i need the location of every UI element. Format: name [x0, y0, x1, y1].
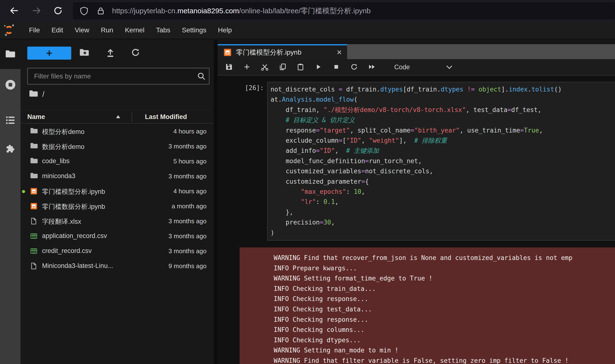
file-row[interactable]: code_libs 5 hours ago — [21, 154, 214, 169]
file-name: miniconda3 — [42, 172, 75, 180]
tab-close-icon[interactable]: × — [337, 48, 342, 57]
stop-icon — [333, 63, 340, 71]
save-button[interactable] — [220, 60, 238, 74]
sidebar-tab-toc[interactable] — [0, 112, 21, 129]
cell-type-select[interactable]: Code — [394, 64, 410, 71]
copy-cells-button[interactable] — [274, 60, 292, 74]
file-row[interactable]: 模型分析demo 4 hours ago — [21, 124, 214, 139]
interrupt-kernel-button[interactable] — [327, 60, 345, 74]
column-header-name[interactable]: Name — [27, 113, 45, 121]
menu-item-run[interactable]: Run — [95, 22, 119, 39]
code-editor[interactable]: not_discrete_cols = df_train.dtypes[df_t… — [267, 82, 615, 241]
new-launcher-button[interactable]: + — [27, 47, 71, 60]
forward-arrow-icon — [32, 6, 42, 17]
sort-ascending-icon[interactable] — [115, 115, 121, 119]
file-row[interactable]: miniconda3 3 months ago — [21, 169, 214, 184]
run-cell-button[interactable] — [309, 60, 327, 74]
menu-item-tabs[interactable]: Tabs — [150, 22, 176, 39]
insert-cell-button[interactable] — [238, 60, 256, 74]
cut-cells-button[interactable] — [256, 60, 274, 74]
shield-icon[interactable] — [80, 7, 88, 15]
file-row[interactable]: 零门槛数据分析.ipynb a month ago — [21, 199, 214, 214]
menu-bar: FileEditViewRunKernelTabsSettingsHelp — [0, 22, 615, 39]
panel-splitter[interactable] — [214, 40, 218, 364]
restart-kernel-button[interactable] — [345, 60, 363, 74]
url-path: /online-lab/lab/tree/零门槛模型分析.ipynb — [239, 7, 371, 15]
upload-button[interactable] — [103, 46, 118, 60]
file-row[interactable]: 字段翻译.xlsx 3 months ago — [21, 214, 214, 229]
file-row[interactable]: credit_record.csv 3 months ago — [21, 244, 214, 259]
notebook-content: [26]: not_discrete_cols = df_train.dtype… — [218, 76, 615, 364]
menu-item-edit[interactable]: Edit — [46, 22, 69, 39]
puzzle-icon — [5, 144, 15, 155]
browser-back-button[interactable] — [7, 4, 21, 18]
file-modified: 4 hours ago — [174, 188, 207, 195]
column-header-modified[interactable]: Last Modified — [145, 113, 187, 121]
new-folder-button[interactable] — [77, 46, 92, 60]
file-modified: 3 months ago — [168, 218, 207, 225]
tab-title: 零门槛模型分析.ipynb — [236, 48, 301, 57]
file-modified: 3 months ago — [168, 233, 207, 240]
address-bar[interactable]: https://jupyterlab-cn.metanoia8295.com/o… — [73, 2, 615, 20]
notebook-tab[interactable]: 零门槛模型分析.ipynb × — [218, 44, 347, 59]
fast-forward-icon — [368, 63, 376, 71]
menu-item-settings[interactable]: Settings — [176, 22, 212, 39]
copy-icon — [279, 63, 286, 71]
refresh-button[interactable] — [128, 46, 143, 60]
chevron-down-icon[interactable] — [446, 64, 453, 70]
file-modified: 3 months ago — [168, 173, 207, 180]
file-list: 模型分析demo 4 hours ago 数据分析demo 3 months a… — [21, 124, 214, 364]
menu-item-help[interactable]: Help — [212, 22, 238, 39]
menu-item-file[interactable]: File — [23, 22, 46, 39]
plus-icon — [243, 63, 251, 71]
file-list-header: Name Last Modified — [21, 111, 214, 124]
filter-box — [27, 68, 209, 84]
paste-icon — [297, 63, 304, 71]
upload-icon — [106, 48, 115, 58]
menu-item-view[interactable]: View — [69, 22, 95, 39]
running-kernels-icon — [5, 79, 16, 91]
breadcrumb: / — [29, 87, 44, 101]
dock-tab-bar: 零门槛模型分析.ipynb × — [218, 44, 615, 59]
file-browser-panel: + — [21, 40, 214, 364]
restart-icon — [350, 63, 358, 71]
reload-icon — [53, 6, 63, 17]
breadcrumb-home-folder-icon[interactable] — [29, 90, 38, 98]
browser-reload-button[interactable] — [51, 4, 65, 18]
stderr-output: WARNING Find that recover_from_json is N… — [240, 247, 615, 364]
file-row[interactable]: application_record.csv 3 months ago — [21, 229, 214, 244]
sidebar-tab-running[interactable] — [0, 77, 21, 94]
refresh-icon — [131, 48, 140, 58]
restart-run-all-button[interactable] — [363, 60, 381, 74]
notebook-file-icon — [223, 48, 232, 56]
file-icon — [30, 247, 38, 255]
file-modified: 3 months ago — [168, 247, 207, 255]
file-icon — [30, 128, 38, 135]
table-of-contents-icon — [6, 115, 15, 126]
lock-icon[interactable] — [97, 7, 105, 15]
file-icon — [30, 173, 38, 180]
menu-bar-items: FileEditViewRunKernelTabsSettingsHelp — [23, 22, 238, 39]
url-domain: metanoia8295.com — [177, 7, 239, 15]
file-row[interactable]: 零门槛模型分析.ipynb 4 hours ago — [21, 184, 214, 199]
breadcrumb-root[interactable]: / — [42, 90, 44, 99]
file-row[interactable]: Miniconda3-latest-Linu... 9 months ago — [21, 259, 214, 274]
file-row[interactable]: 数据分析demo 3 months ago — [21, 139, 214, 154]
browser-forward-button[interactable] — [30, 4, 43, 18]
filter-files-input[interactable] — [27, 68, 209, 84]
folder-icon — [5, 50, 15, 59]
run-icon — [315, 63, 322, 71]
paste-cells-button[interactable] — [292, 60, 309, 74]
file-modified: 3 months ago — [168, 143, 207, 150]
file-modified: a month ago — [172, 203, 207, 210]
file-icon — [30, 203, 38, 210]
file-name: 零门槛模型分析.ipynb — [42, 187, 105, 196]
sidebar-tab-files[interactable] — [0, 46, 21, 63]
file-modified: 4 hours ago — [174, 128, 207, 135]
menu-item-kernel[interactable]: Kernel — [119, 22, 150, 39]
column-divider — [132, 112, 132, 122]
file-icon — [30, 158, 38, 165]
sidebar-tab-extensions[interactable] — [0, 141, 21, 158]
file-icon — [30, 233, 38, 240]
file-name: code_libs — [42, 157, 69, 165]
